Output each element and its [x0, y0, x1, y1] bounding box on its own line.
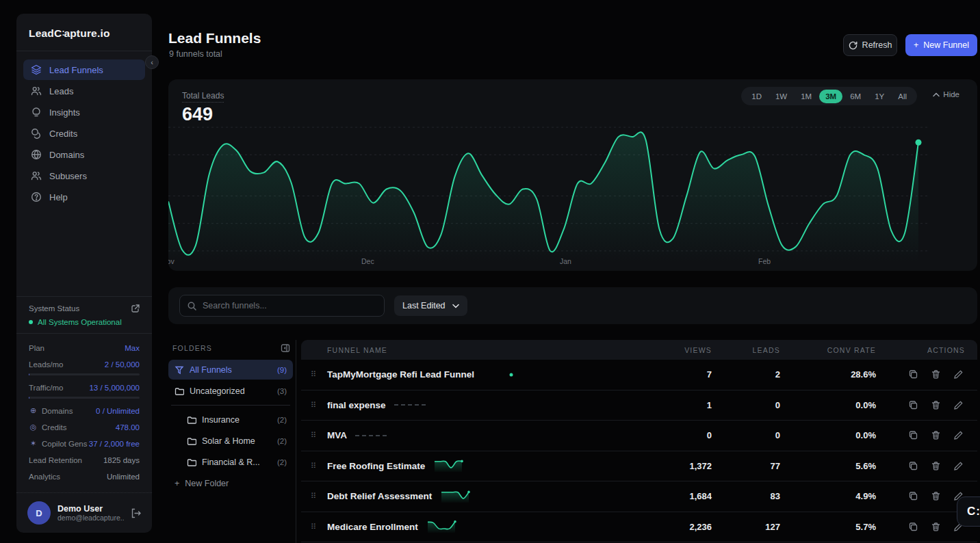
plan-value: 37 / 2,000 free — [89, 440, 140, 448]
folders-panel: FOLDERS All Funnels (9) Uncategorized (3… — [168, 335, 293, 494]
views-value: 0 — [630, 430, 712, 440]
drag-handle-icon[interactable]: ⠿ — [311, 401, 327, 410]
sidebar-item-subusers[interactable]: Subusers — [23, 165, 145, 186]
trash-icon[interactable] — [931, 461, 941, 471]
page-subtitle: 9 funnels total — [169, 49, 222, 59]
globe-icon: ⊕ — [29, 406, 38, 415]
edit-icon[interactable] — [953, 369, 964, 380]
duplicate-icon[interactable] — [908, 461, 918, 471]
folder-solar-home[interactable]: Solar & Home (2) — [181, 431, 293, 451]
plan-label: Credits — [42, 423, 66, 432]
folder-all-funnels[interactable]: All Funnels (9) — [168, 360, 293, 380]
funnel-name: Medicare Enrollment — [327, 522, 418, 532]
edit-icon[interactable] — [953, 400, 964, 410]
views-value: 7 — [630, 369, 712, 380]
x-axis-label: Dec — [361, 257, 374, 265]
trash-icon[interactable] — [931, 400, 941, 410]
range-all[interactable]: All — [892, 90, 913, 103]
duplicate-icon[interactable] — [908, 430, 918, 440]
drag-handle-icon[interactable]: ⠿ — [311, 522, 327, 531]
sparkline — [394, 397, 427, 412]
funnel-name: TapMyMortgage Refi Lead Funnel — [327, 369, 474, 380]
sidebar-item-leads[interactable]: Leads — [23, 81, 145, 101]
page-title: Lead Funnels — [168, 30, 261, 47]
sidebar-item-lead-funnels[interactable]: Lead Funnels — [23, 59, 145, 80]
views-value: 1,684 — [630, 491, 712, 501]
logout-icon[interactable] — [131, 508, 141, 518]
table-header: FUNNEL NAME VIEWS LEADS CONV RATE ACTION… — [301, 340, 977, 360]
sort-dropdown[interactable]: Last Edited — [394, 295, 467, 316]
sidebar-collapse-button[interactable]: ‹ — [145, 55, 159, 69]
folder-uncategorized[interactable]: Uncategorized (3) — [168, 381, 293, 401]
funnel-name: Free Roofing Estimate — [327, 461, 425, 471]
table-row[interactable]: ⠿ final expense 1 0 0.0% — [301, 390, 977, 421]
table-row[interactable]: ⠿ Free Roofing Estimate 1,372 77 5.6% — [301, 451, 977, 482]
user-profile[interactable]: D Demo User demo@leadcapture.... — [16, 492, 152, 533]
traffic-progress-bar — [29, 397, 140, 399]
trash-icon[interactable] — [931, 369, 941, 380]
duplicate-icon[interactable] — [908, 369, 918, 380]
refresh-icon — [849, 41, 858, 50]
edit-icon[interactable] — [953, 430, 964, 440]
table-row[interactable]: ⠿ TapMyMortgage Refi Lead Funnel 7 2 28.… — [301, 360, 977, 390]
range-1m[interactable]: 1M — [795, 90, 818, 103]
plan-label: Plan — [29, 344, 44, 352]
table-row[interactable]: ⠿ MVA 0 0 0.0% — [301, 421, 977, 451]
range-1y[interactable]: 1Y — [868, 90, 890, 103]
layers-icon — [30, 64, 42, 76]
duplicate-icon[interactable] — [908, 400, 918, 410]
hide-chart-toggle[interactable]: Hide — [933, 90, 959, 98]
sidebar-item-credits[interactable]: Credits — [23, 123, 145, 144]
user-email: demo@leadcapture.... — [57, 514, 124, 522]
new-folder-button[interactable]: + New Folder — [168, 473, 293, 494]
range-6m[interactable]: 6M — [844, 90, 867, 103]
external-link-icon[interactable] — [131, 304, 140, 313]
search-icon — [188, 302, 196, 310]
drag-handle-icon[interactable]: ⠿ — [311, 370, 327, 379]
x-axis-label: Jan — [560, 257, 571, 265]
duplicate-icon[interactable] — [908, 491, 918, 501]
total-leads-label: Total Leads — [182, 91, 224, 103]
drag-handle-icon[interactable]: ⠿ — [311, 431, 327, 440]
trash-icon[interactable] — [931, 522, 941, 532]
refresh-button[interactable]: Refresh — [843, 34, 897, 56]
funnels-table: FUNNEL NAME VIEWS LEADS CONV RATE ACTION… — [301, 340, 977, 542]
leads-value: 127 — [712, 522, 780, 532]
range-1w[interactable]: 1W — [769, 90, 793, 103]
range-3m[interactable]: 3M — [819, 90, 842, 103]
new-funnel-button[interactable]: + New Funnel — [905, 34, 977, 56]
trash-icon[interactable] — [931, 491, 941, 501]
drag-handle-icon[interactable]: ⠿ — [311, 492, 327, 501]
trash-icon[interactable] — [931, 430, 941, 440]
folder-insurance[interactable]: Insurance (2) — [181, 410, 293, 429]
range-1d[interactable]: 1D — [745, 90, 768, 103]
folder-label: Insurance — [202, 415, 240, 425]
users-icon — [30, 170, 42, 182]
chevron-up-icon — [933, 92, 940, 97]
funnel-name: Debt Relief Assessment — [327, 491, 432, 501]
avatar: D — [27, 501, 51, 525]
plan-value: 478.00 — [116, 423, 140, 432]
search-input[interactable] — [203, 301, 376, 310]
table-row[interactable]: ⠿ Debt Relief Assessment 1,684 83 4.9% — [301, 481, 977, 512]
duplicate-icon[interactable] — [908, 522, 918, 532]
logo: LeadC:apture.io — [16, 14, 152, 51]
sidebar-item-domains[interactable]: Domains — [23, 144, 145, 165]
chat-widget-button[interactable]: C: — [957, 496, 980, 527]
leads-value: 77 — [712, 461, 780, 471]
folder-label: Financial & R... — [202, 458, 260, 467]
folder-financial[interactable]: Financial & R... (2) — [181, 452, 293, 472]
system-status-value: All Systems Operational — [38, 318, 122, 326]
collapse-panel-icon[interactable] — [281, 343, 290, 353]
table-row[interactable]: ⠿ Medicare Enrollment 2,236 127 5.7% — [301, 512, 977, 543]
drag-handle-icon[interactable]: ⠿ — [311, 462, 327, 471]
sidebar-item-help[interactable]: Help — [23, 187, 145, 207]
folder-icon — [187, 415, 196, 425]
edit-icon[interactable] — [953, 461, 964, 471]
leads-value: 83 — [712, 491, 780, 501]
sidebar-item-insights[interactable]: Insights — [23, 102, 145, 122]
conv-rate-value: 5.7% — [780, 522, 876, 532]
sparkline — [355, 428, 388, 443]
column-actions: ACTIONS — [876, 346, 977, 354]
folder-icon — [175, 386, 184, 396]
